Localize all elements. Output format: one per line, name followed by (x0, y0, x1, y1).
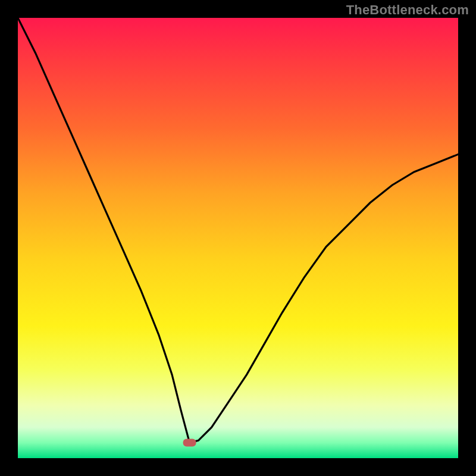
optimal-point-marker (183, 439, 196, 447)
bottleneck-chart (18, 18, 458, 458)
gradient-background (18, 18, 458, 458)
plot-area (18, 18, 458, 458)
watermark-text: TheBottleneck.com (346, 2, 469, 18)
chart-frame: TheBottleneck.com (0, 0, 476, 476)
